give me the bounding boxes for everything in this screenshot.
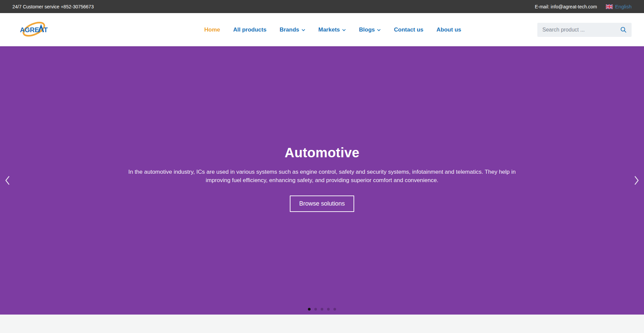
nav-item-contact-us[interactable]: Contact us: [394, 26, 423, 33]
logo-text-left-svg: AGRE: [20, 26, 39, 33]
carousel-dot-2[interactable]: [314, 308, 317, 311]
search-icon: [620, 26, 627, 33]
nav-item-brands[interactable]: Brands: [279, 26, 305, 33]
hero-title: Automotive: [0, 145, 644, 160]
hero-carousel: Automotive In the automotive industry, I…: [0, 46, 644, 315]
logo-text-right-svg: T: [44, 26, 48, 33]
carousel-next-arrow-icon[interactable]: [633, 174, 641, 187]
footer-strip: [0, 315, 644, 333]
nav-item-blogs[interactable]: Blogs: [359, 26, 381, 33]
email-text: E-mail: info@agreat-tech.com: [535, 4, 597, 9]
carousel-prev-arrow-icon[interactable]: [3, 174, 11, 187]
uk-flag-icon: [606, 4, 613, 9]
hero-slide-automotive: Automotive In the automotive industry, I…: [0, 46, 644, 212]
language-switcher[interactable]: English: [606, 4, 632, 9]
nav-item-home[interactable]: Home: [204, 26, 220, 33]
language-label[interactable]: English: [615, 4, 632, 9]
hero-description: In the automotive industry, ICs are used…: [122, 168, 522, 184]
chevron-down-icon: [377, 29, 381, 31]
carousel-dot-4[interactable]: [327, 308, 330, 311]
browse-solutions-button[interactable]: Browse solutions: [290, 196, 354, 212]
main-nav: Home All products Brands Markets Blogs C…: [142, 26, 524, 33]
site-header: AGRE T Home All products Brands Markets …: [0, 13, 644, 46]
carousel-dot-1[interactable]: [308, 308, 311, 311]
search-box: [537, 23, 632, 37]
agreat-logo[interactable]: AGRE T: [13, 18, 54, 41]
nav-item-about-us[interactable]: About us: [436, 26, 461, 33]
nav-item-markets[interactable]: Markets: [318, 26, 346, 33]
search-button[interactable]: [617, 23, 630, 37]
carousel-dot-5[interactable]: [333, 308, 336, 311]
topbar: 24/7 Customer service +852-30756673 E-ma…: [0, 0, 644, 13]
chevron-down-icon: [302, 29, 305, 31]
chevron-down-icon: [342, 29, 346, 31]
nav-item-all-products[interactable]: All products: [233, 26, 266, 33]
customer-service-text: 24/7 Customer service +852-30756673: [12, 4, 94, 9]
carousel-dot-3[interactable]: [321, 308, 323, 311]
carousel-dots: [308, 308, 336, 311]
